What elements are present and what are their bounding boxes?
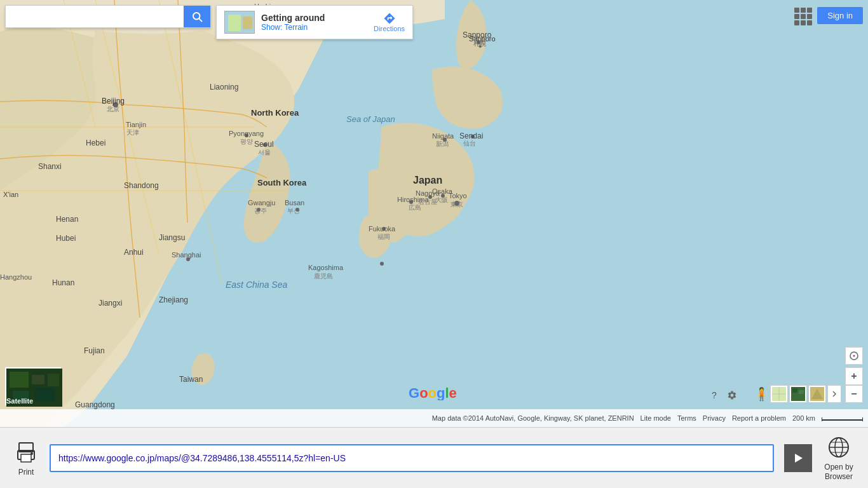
label-niigata: Niigata [432, 132, 454, 140]
scale-label: 200 km [792, 414, 815, 422]
label-fukuoka: Fukuoka [369, 225, 395, 233]
label-tokyo: Tokyo [449, 192, 467, 200]
map-container[interactable]: Harbin Sapporo 札幌 ● Harbin Sapporo 札幌 Be… [0, 0, 868, 427]
getting-around-panel: Getting around Show: Terrain Directions [216, 5, 413, 39]
label-kagoshima-kanji: 鹿児島 [314, 272, 333, 281]
svg-rect-31 [48, 374, 59, 386]
map-thumbnail [224, 11, 255, 34]
panel-text: Getting around Show: Terrain [261, 13, 367, 32]
default-map-layer[interactable] [770, 385, 788, 403]
directions-button[interactable]: Directions [374, 12, 405, 32]
label-shanxi: Shanxi [38, 162, 62, 171]
report-problem-link[interactable]: Report a problem [732, 414, 786, 422]
svg-line-23 [199, 18, 201, 21]
label-fukuoka-kanji: 福岡 [377, 233, 390, 241]
svg-rect-29 [10, 372, 29, 388]
svg-point-50 [31, 452, 33, 455]
satellite-thumbnail[interactable] [5, 367, 61, 405]
label-liaoning: Liaoning [210, 83, 238, 92]
panel-title: Getting around [261, 13, 367, 23]
map-bottom-icons: ? [707, 388, 740, 403]
label-sendai-kanji: 仙台 [463, 139, 476, 148]
label-fujian: Fujian [84, 346, 105, 355]
open-browser-button[interactable]: Open by Browser [820, 435, 858, 481]
zoom-out-button[interactable]: − [845, 385, 863, 403]
svg-rect-40 [792, 388, 797, 393]
label-osaka-kanji: 大阪 [435, 196, 448, 205]
label-anhui: Anhui [124, 248, 144, 257]
satellite-layer[interactable] [789, 385, 807, 403]
label-niigata-kanji: 新潟 [436, 140, 449, 149]
label-gwangju-kanji: 광주 [254, 207, 267, 215]
bottom-info-bar: Map data ©2014 AutoNavi, Google, Kingway… [0, 409, 868, 427]
label-henan: Henan [56, 215, 78, 224]
svg-rect-25 [228, 15, 241, 31]
terms-link[interactable]: Terms [677, 414, 696, 422]
top-right-controls: Sign in [792, 5, 863, 25]
label-xian: X'ian [3, 191, 18, 198]
label-beijing-kanji: 北京 [107, 105, 119, 114]
label-zhejiang: Zhejiang [159, 295, 188, 304]
print-button[interactable]: Print [10, 440, 42, 477]
label-sea-of-japan: Sea of Japan [346, 114, 395, 124]
bottom-toolbar: Print https://www.google.co.jp/maps/@34.… [0, 427, 868, 488]
label-east-china-sea: East China Sea [226, 280, 287, 290]
print-icon [13, 440, 39, 465]
label-busan-kanji: 부산 [287, 207, 300, 215]
svg-rect-30 [32, 375, 44, 384]
reset-north-button[interactable] [845, 347, 863, 365]
pegman-icon[interactable]: 🧍 [754, 385, 769, 403]
terrain-link[interactable]: Terrain [284, 23, 308, 32]
svg-rect-49 [21, 454, 31, 462]
label-gwangju: Gwangju [248, 199, 275, 207]
label-busan: Busan [285, 199, 304, 207]
go-button[interactable] [784, 444, 812, 472]
apps-grid-icon[interactable] [792, 5, 812, 25]
search-button[interactable] [184, 6, 210, 27]
label-jiangxi: Jiangxi [98, 299, 122, 308]
help-icon[interactable]: ? [707, 388, 722, 403]
url-bar: https://www.google.co.jp/maps/@34.728948… [50, 444, 774, 472]
zoom-in-button[interactable]: + [845, 367, 863, 385]
label-pyongyang-kanji: 평양 [240, 137, 253, 146]
map-controls: + − [845, 347, 863, 403]
top-bar: Getting around Show: Terrain Directions [5, 5, 863, 39]
sign-in-button[interactable]: Sign in [817, 7, 863, 24]
svg-rect-41 [799, 390, 804, 394]
panel-show: Show: Terrain [261, 23, 367, 32]
svg-marker-51 [795, 454, 803, 463]
expand-layers-button[interactable] [827, 385, 841, 403]
label-taiwan: Taiwan [179, 375, 203, 384]
label-nagoya-kanji: 名古屋 [418, 198, 437, 207]
search-container [5, 5, 211, 28]
label-shandong: Shandong [124, 181, 159, 190]
svg-rect-26 [243, 17, 252, 29]
svg-point-35 [853, 355, 855, 357]
label-hubei: Hubei [56, 234, 76, 243]
label-japan: Japan [413, 175, 442, 186]
label-tianjin-kanji: 天津 [126, 128, 139, 137]
terrain-layer[interactable] [808, 385, 826, 403]
layer-controls: 🧍 [754, 385, 841, 403]
svg-text:Google: Google [409, 385, 457, 400]
label-sapporo-kanji: 札幌 [473, 39, 486, 48]
label-shanghai: Shanghai [172, 251, 201, 259]
search-input[interactable] [6, 6, 184, 27]
print-label: Print [18, 468, 34, 477]
label-hebei: Hebei [86, 139, 105, 147]
open-browser-icon [826, 435, 851, 460]
label-tianjin: Tianjin [126, 121, 146, 128]
label-pyongyang: Pyongyang [229, 130, 264, 137]
privacy-link[interactable]: Privacy [703, 414, 726, 422]
open-browser-label: Open by Browser [824, 463, 853, 481]
scale-bar-graphic [822, 415, 863, 421]
settings-icon[interactable] [724, 388, 740, 403]
label-north-korea: North Korea [251, 108, 299, 118]
lite-mode-link[interactable]: Lite mode [641, 414, 671, 422]
label-kagoshima: Kagoshima [308, 264, 343, 271]
svg-rect-33 [35, 388, 54, 402]
google-logo: Google [409, 384, 459, 403]
svg-point-21 [380, 262, 384, 266]
label-guangdong: Guangdong [75, 400, 115, 409]
svg-rect-32 [13, 391, 29, 402]
